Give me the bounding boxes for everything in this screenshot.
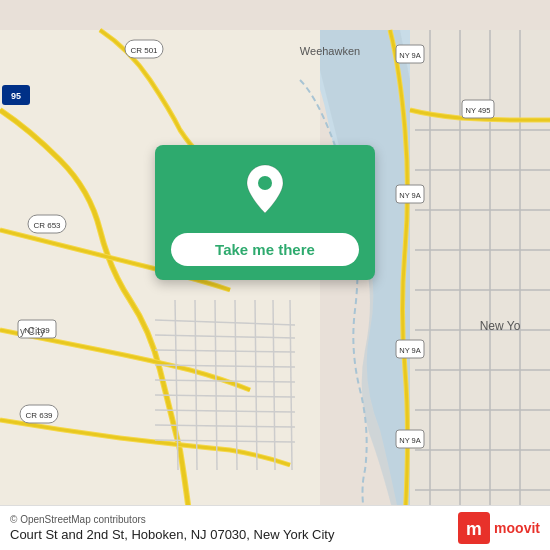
svg-text:CR 653: CR 653 (33, 221, 61, 230)
moovit-label: moovit (494, 520, 540, 536)
svg-text:95: 95 (11, 91, 21, 101)
osm-attribution: © OpenStreetMap contributors (10, 514, 334, 525)
moovit-icon: m (458, 512, 490, 544)
bottom-info-bar: © OpenStreetMap contributors Court St an… (0, 505, 550, 550)
svg-text:m: m (466, 519, 482, 539)
svg-text:NY 495: NY 495 (466, 106, 491, 115)
navigation-card: Take me there (155, 145, 375, 280)
svg-text:NY 9A: NY 9A (399, 191, 421, 200)
svg-text:CR 639: CR 639 (25, 411, 53, 420)
take-me-there-button[interactable]: Take me there (171, 233, 359, 266)
svg-text:NY 9A: NY 9A (399, 436, 421, 445)
location-pin-icon (243, 163, 287, 219)
svg-text:NY 9A: NY 9A (399, 346, 421, 355)
svg-text:CR 501: CR 501 (130, 46, 158, 55)
bottom-left-info: © OpenStreetMap contributors Court St an… (10, 514, 334, 542)
location-address: Court St and 2nd St, Hoboken, NJ 07030, … (10, 527, 334, 542)
svg-text:y City: y City (20, 326, 45, 337)
map-container: 95 CR 501 CR 653 NJ 139 CR 639 NY 9A NY … (0, 0, 550, 550)
svg-text:Weehawken: Weehawken (300, 45, 360, 57)
svg-text:NY 9A: NY 9A (399, 51, 421, 60)
svg-text:New Yo: New Yo (480, 319, 521, 333)
svg-point-56 (258, 176, 272, 190)
moovit-logo: m moovit (458, 512, 540, 544)
